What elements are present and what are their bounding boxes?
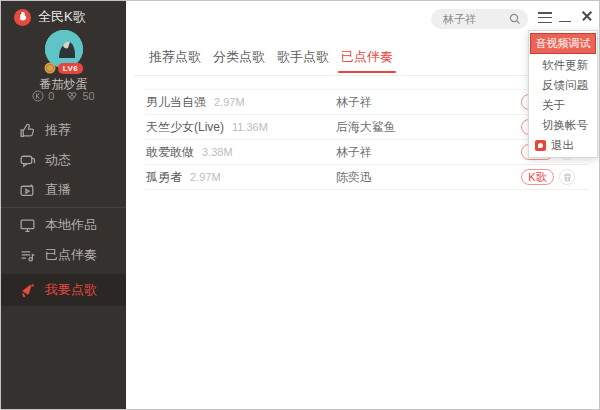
flower-count: 50 — [82, 90, 94, 102]
tab-recommend-songs[interactable]: 推荐点歌 — [149, 48, 201, 73]
sidebar-item-label: 已点伴奏 — [45, 246, 97, 264]
song-play-count: 2.97M — [214, 96, 245, 108]
song-title: 天竺少女(Live) — [146, 119, 224, 136]
song-play-count: 11.36M — [232, 121, 268, 133]
song-title: 孤勇者 — [146, 169, 182, 186]
flower-icon — [66, 90, 78, 102]
app-window: 全民K歌 LV6 番茄炒蛋 0 — [0, 0, 600, 410]
close-button[interactable] — [580, 9, 594, 23]
app-logo-icon — [535, 140, 546, 151]
menu-item-exit[interactable]: 退出 — [529, 135, 597, 155]
k-coin-icon — [32, 90, 44, 102]
coin-badge-icon — [44, 62, 56, 74]
song-artist: 林子祥 — [336, 144, 372, 161]
sidebar-item-local-works[interactable]: 本地作品 — [1, 210, 126, 240]
tab-category-songs[interactable]: 分类点歌 — [213, 48, 265, 73]
settings-dropdown-menu: 音视频调试 软件更新 反馈问题 关于 切换帐号 退出 — [528, 30, 598, 158]
level-badge-label: LV6 — [58, 63, 84, 74]
song-row: 孤勇者 2.97M 陈奕迅 K歌 — [146, 165, 589, 190]
song-artist: 陈奕迅 — [336, 169, 372, 186]
song-title: 敢爱敢做 — [146, 144, 194, 161]
app-title: 全民K歌 — [38, 8, 86, 26]
menu-item-exit-label: 退出 — [551, 135, 574, 155]
tab-bar: 推荐点歌 分类点歌 歌手点歌 已点伴奏 — [149, 48, 393, 73]
live-video-icon — [19, 182, 36, 199]
megaphone-icon — [19, 282, 36, 299]
menu-item-about[interactable]: 关于 — [529, 95, 597, 115]
search-icon[interactable] — [509, 13, 521, 25]
song-list: 男儿当自强 2.97M 林子祥 K歌 天竺少女(Live) 11.36M 后海大… — [146, 89, 589, 190]
user-stats: 0 50 — [1, 90, 126, 102]
song-row: 天竺少女(Live) 11.36M 后海大鲨鱼 K歌 — [146, 115, 589, 140]
sidebar-item-feed[interactable]: 动态 — [1, 145, 126, 175]
song-artist: 后海大鲨鱼 — [336, 119, 396, 136]
flower-stat: 50 — [66, 90, 94, 102]
minimize-button[interactable] — [559, 10, 572, 23]
sidebar-menu: 推荐 动态 直播 — [1, 115, 126, 306]
search-box — [431, 9, 528, 29]
menu-item-switch-account[interactable]: 切换帐号 — [529, 115, 597, 135]
sidebar-item-label: 动态 — [45, 151, 71, 169]
delete-button[interactable] — [559, 169, 575, 185]
sidebar-item-label: 我要点歌 — [45, 281, 97, 299]
song-play-count: 2.97M — [190, 171, 221, 183]
tab-singer-songs[interactable]: 歌手点歌 — [277, 48, 329, 73]
thumbs-up-icon — [19, 122, 36, 139]
song-row: 敢爱敢做 3.38M 林子祥 K歌 — [146, 140, 589, 165]
sidebar-item-label: 推荐 — [45, 121, 71, 139]
monitor-icon — [19, 217, 36, 234]
hamburger-menu-button[interactable] — [538, 12, 552, 23]
menu-item-software-update[interactable]: 软件更新 — [529, 55, 597, 75]
level-badge: LV6 — [1, 62, 126, 74]
sidebar-item-recommend[interactable]: 推荐 — [1, 115, 126, 145]
sidebar-item-label: 本地作品 — [45, 216, 97, 234]
playlist-icon — [19, 247, 36, 264]
song-title: 男儿当自强 — [146, 94, 206, 111]
wesing-logo-icon — [14, 9, 31, 26]
tab-selected-accompaniment[interactable]: 已点伴奏 — [341, 48, 393, 73]
coin-stat: 0 — [32, 90, 54, 102]
song-row: 男儿当自强 2.97M 林子祥 K歌 — [146, 90, 589, 115]
sidebar-divider — [1, 207, 126, 208]
tabs-divider — [134, 75, 593, 76]
app-logo: 全民K歌 — [14, 8, 86, 26]
menu-item-feedback[interactable]: 反馈问题 — [529, 75, 597, 95]
sidebar-item-label: 直播 — [45, 181, 71, 199]
search-input[interactable] — [443, 10, 507, 30]
sidebar-item-live[interactable]: 直播 — [1, 175, 126, 205]
trash-icon — [563, 173, 572, 182]
menu-item-av-debug[interactable]: 音视频调试 — [530, 33, 596, 54]
chat-bubbles-icon — [19, 152, 36, 169]
sidebar-item-order-song[interactable]: 我要点歌 — [1, 274, 126, 306]
sidebar-item-selected-accompaniment[interactable]: 已点伴奏 — [1, 240, 126, 270]
coin-count: 0 — [48, 90, 54, 102]
song-play-count: 3.38M — [202, 146, 233, 158]
sidebar: 全民K歌 LV6 番茄炒蛋 0 — [1, 1, 126, 409]
song-artist: 林子祥 — [336, 94, 372, 111]
ksong-button[interactable]: K歌 — [521, 169, 554, 185]
